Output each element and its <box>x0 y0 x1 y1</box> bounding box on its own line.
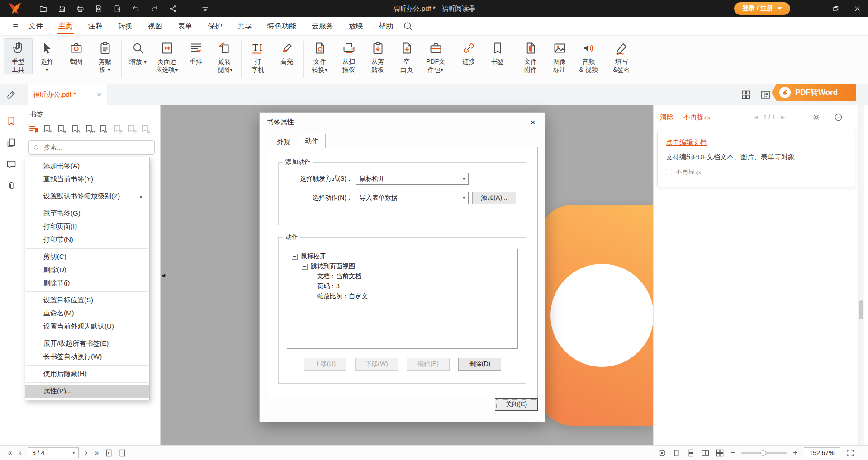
zoom-out-button[interactable]: − <box>730 449 735 456</box>
menu-file[interactable]: 文件 <box>21 17 51 35</box>
tree-item-trigger[interactable]: 鼠标松开 <box>287 252 517 262</box>
ribbon-link[interactable]: 链接 <box>454 38 483 74</box>
ribbon-hand-tool[interactable]: 手型工具 <box>4 38 33 74</box>
menu-comment[interactable]: 注释 <box>81 17 110 35</box>
vertical-scrollbar[interactable] <box>858 105 864 446</box>
reading-mode-icon[interactable] <box>658 449 666 457</box>
page-panel-icon[interactable] <box>760 89 771 100</box>
menu-item-rename[interactable]: 重命名(M) <box>25 307 149 320</box>
collapse-bookmarks-icon[interactable] <box>127 124 137 135</box>
menu-item-properties[interactable]: 属性(P)... <box>25 385 149 398</box>
dont-show-option[interactable]: 不再显示 <box>666 168 847 176</box>
save-button[interactable] <box>54 2 69 15</box>
document-tab[interactable]: 福昕办公.pdf * × <box>28 84 107 105</box>
ribbon-fit-page[interactable]: 页面适应选项▾ <box>152 38 181 74</box>
continuous-facing-icon[interactable] <box>716 449 724 457</box>
menu-item-default-zoom-level[interactable]: 设置默认书签缩放级别(Z)▸ <box>25 190 149 203</box>
menu-item-goto-bookmark[interactable]: 跳至书签(G) <box>25 207 149 220</box>
tab-close-icon[interactable]: × <box>97 91 101 99</box>
ribbon-from-scanner[interactable]: 从扫描仪 <box>334 38 363 74</box>
dont-remind-link[interactable]: 不再提示 <box>683 113 711 122</box>
ribbon-blank-page[interactable]: 空白页 <box>392 38 421 74</box>
menu-share[interactable]: 共享 <box>230 17 260 35</box>
tree-item-goto-view[interactable]: 跳转到页面视图 <box>287 262 517 272</box>
search-icon[interactable] <box>403 21 413 32</box>
redo-button[interactable] <box>147 2 162 15</box>
ribbon-select[interactable]: 选择▾ <box>33 38 62 74</box>
next-page-button[interactable]: › <box>84 449 89 456</box>
export-button[interactable] <box>109 2 125 15</box>
add-bookmark-icon[interactable] <box>43 124 53 135</box>
zoom-level-input[interactable]: 152.67% <box>804 447 840 458</box>
ribbon-typewriter[interactable]: TI打字机 <box>243 38 272 74</box>
open-file-button[interactable] <box>35 2 51 15</box>
collapse-expander-icon[interactable] <box>302 264 308 270</box>
login-button[interactable]: 登录 / 注册 <box>734 2 790 15</box>
bookmark-search-box[interactable] <box>28 140 155 155</box>
expand-bookmarks-icon[interactable] <box>113 124 123 135</box>
tab-appearance[interactable]: 外观 <box>270 135 298 148</box>
menu-protect[interactable]: 保护 <box>200 17 230 35</box>
ribbon-bookmark[interactable]: 书签 <box>483 38 512 74</box>
menu-item-add-bookmark[interactable]: 添加书签(A) <box>25 160 149 173</box>
menu-form[interactable]: 表单 <box>170 17 200 35</box>
ribbon-rotate-view[interactable]: 旋转视图▾ <box>210 38 239 74</box>
menu-item-set-appearance-default[interactable]: 设置当前外观为默认(U) <box>25 320 149 333</box>
bookmarks-panel-icon[interactable] <box>6 116 17 127</box>
next-view-icon[interactable] <box>118 449 127 457</box>
menu-help[interactable]: 帮助 <box>371 17 401 35</box>
print-preview-button[interactable] <box>91 2 106 15</box>
menu-item-cut[interactable]: 剪切(C) <box>25 250 149 263</box>
zoom-slider-thumb[interactable] <box>760 450 766 456</box>
dont-show-checkbox[interactable] <box>666 169 672 175</box>
customize-toolbar-button[interactable] <box>197 2 213 15</box>
first-page-button[interactable]: « <box>7 449 13 456</box>
collapse-expander-icon[interactable] <box>292 254 298 260</box>
facing-page-icon[interactable] <box>701 449 710 457</box>
bookmark-list-icon[interactable] <box>28 124 39 135</box>
ribbon-snapshot[interactable]: 截图 <box>62 38 90 74</box>
attachments-panel-icon[interactable] <box>6 181 17 192</box>
ribbon-fill-sign[interactable]: 填写&签名 <box>607 38 636 74</box>
menu-item-print-page[interactable]: 打印页面(I) <box>25 220 149 233</box>
menu-item-wrap-long-bookmarks[interactable]: 长书签自动换行(W) <box>25 350 149 363</box>
ribbon-pdf-portfolio[interactable]: PDF文件包▾ <box>421 38 450 74</box>
grid-view-icon[interactable] <box>741 89 751 100</box>
move-up-button[interactable]: 上移(U) <box>304 358 346 371</box>
bookmark-letter-icon[interactable]: A <box>71 124 81 135</box>
minimize-button[interactable] <box>803 0 825 17</box>
ribbon-convert[interactable]: 文件转换▾ <box>305 38 334 74</box>
maximize-button[interactable] <box>825 0 846 17</box>
print-button[interactable] <box>72 2 88 15</box>
menu-present[interactable]: 放映 <box>341 17 371 35</box>
tree-item-document[interactable]: 文档：当前文档 <box>287 272 517 282</box>
single-page-icon[interactable] <box>672 449 681 457</box>
trigger-select[interactable]: 鼠标松开 ▾ <box>356 173 469 185</box>
bookmark-settings-icon[interactable] <box>141 124 151 135</box>
pages-panel-icon[interactable] <box>6 137 17 148</box>
bookmark-letter-plus-icon[interactable]: A+ <box>85 124 95 135</box>
move-down-button[interactable]: 下移(W) <box>355 358 398 371</box>
prev-page-button[interactable]: ‹ <box>18 449 23 456</box>
continuous-page-icon[interactable] <box>687 449 695 457</box>
ribbon-file-attachment[interactable]: 文件附件 <box>516 38 545 74</box>
ribbon-clipboard[interactable]: 剪贴板 ▾ <box>90 38 119 74</box>
fullscreen-icon[interactable] <box>846 449 854 457</box>
last-page-button[interactable]: » <box>94 449 100 456</box>
tree-item-zoom[interactable]: 缩放比例：自定义 <box>287 291 517 301</box>
prev-view-icon[interactable] <box>104 449 113 457</box>
tree-item-page[interactable]: 页码：3 <box>287 282 517 291</box>
ribbon-reflow[interactable]: 重排 <box>181 38 210 74</box>
collapse-panel-icon[interactable] <box>834 113 843 122</box>
dialog-titlebar[interactable]: 书签属性 × <box>260 113 545 131</box>
close-dialog-button[interactable]: 关闭(C) <box>495 398 538 411</box>
menu-item-delete-section[interactable]: 删除节(j) <box>25 277 149 290</box>
menu-item-hide-after-use[interactable]: 使用后隐藏(H) <box>25 367 149 380</box>
zoom-slider[interactable] <box>741 452 787 454</box>
next-tip-icon[interactable]: ▶ <box>781 115 785 120</box>
menu-item-print-section[interactable]: 打印节(N) <box>25 233 149 246</box>
menu-convert[interactable]: 转换 <box>110 17 140 35</box>
undo-button[interactable] <box>128 2 143 15</box>
close-button[interactable] <box>846 0 868 17</box>
menu-view[interactable]: 视图 <box>140 17 170 35</box>
